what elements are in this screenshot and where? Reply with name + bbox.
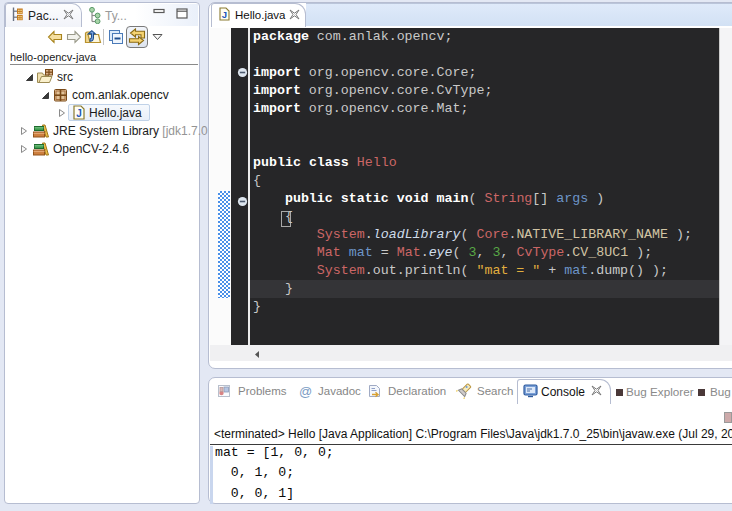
svg-text:J: J: [76, 108, 82, 119]
svg-text:J: J: [222, 9, 227, 20]
